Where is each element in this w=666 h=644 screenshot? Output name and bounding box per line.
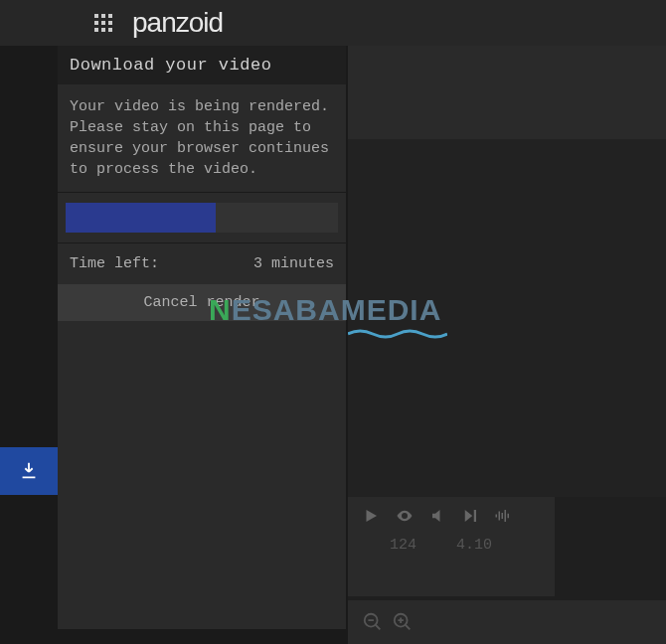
time-left-value: 3 minutes: [253, 255, 334, 272]
time-counter: 4.10: [456, 537, 492, 554]
time-left-label: Time left:: [70, 255, 159, 272]
panel-title: Download your video: [58, 46, 346, 84]
zoom-controls: [348, 600, 666, 644]
logo[interactable]: panzoid: [132, 7, 223, 39]
progress-bar: [66, 203, 338, 233]
volume-icon[interactable]: [429, 507, 447, 525]
download-panel: Download your video Your video is being …: [58, 46, 346, 629]
progress-container: [58, 193, 346, 242]
playback-controls: 124 4.10: [348, 497, 555, 596]
cancel-render-button[interactable]: Cancel render: [58, 284, 346, 321]
left-rail: [0, 46, 58, 644]
eye-icon[interactable]: [394, 507, 416, 525]
progress-fill: [66, 203, 216, 233]
render-message: Your video is being rendered. Please sta…: [58, 84, 346, 192]
zoom-in-icon[interactable]: [392, 611, 414, 633]
play-icon[interactable]: [362, 507, 380, 525]
zoom-out-icon[interactable]: [362, 611, 384, 633]
preview-viewport: [348, 139, 666, 497]
apps-grid-icon[interactable]: [94, 14, 112, 32]
top-bar: panzoid: [0, 0, 666, 46]
frame-counter: 124: [390, 537, 416, 554]
preview-header: [348, 46, 666, 139]
time-left-row: Time left: 3 minutes: [58, 243, 346, 284]
step-forward-icon[interactable]: [461, 507, 479, 525]
waveform-icon[interactable]: [493, 507, 513, 525]
download-icon: [18, 460, 40, 482]
download-tab[interactable]: [0, 447, 58, 495]
